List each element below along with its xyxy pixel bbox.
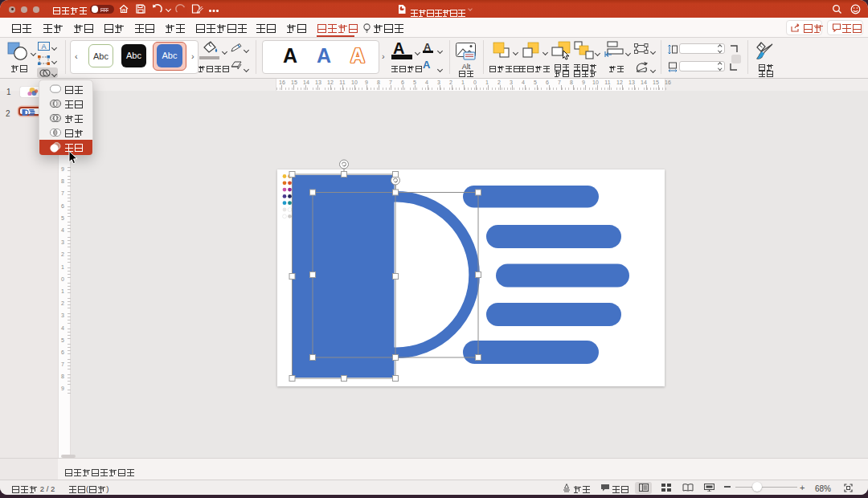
svg-text:A: A (41, 43, 46, 51)
